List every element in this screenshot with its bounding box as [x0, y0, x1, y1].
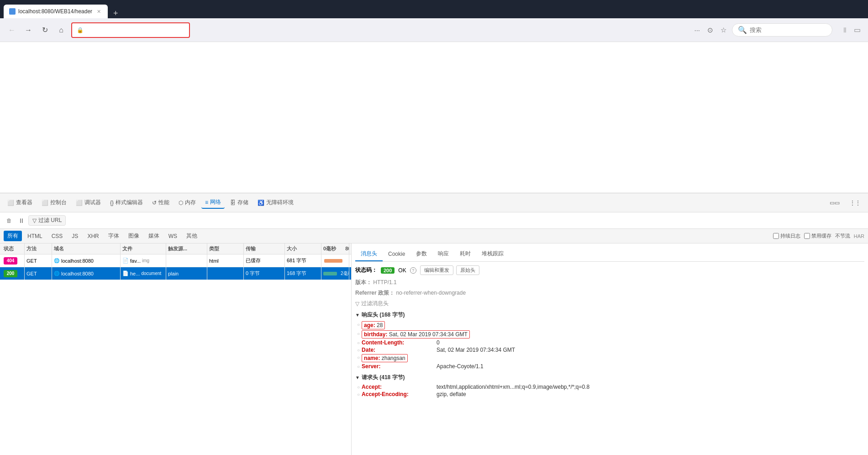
devtools-inspector-button[interactable]: ⬜ 查看器: [4, 197, 36, 208]
request-headers-title[interactable]: ▼ 请求头 (418 字节): [355, 374, 864, 381]
storage-icon: 🗄: [230, 200, 236, 206]
file-icon: 📄: [122, 258, 129, 264]
request-row-selected[interactable]: 200 GET 🌐 localhost:8080 📄 he... documen…: [0, 267, 351, 280]
bookmark-button[interactable]: ☆: [719, 24, 728, 36]
tab-timing[interactable]: 耗时: [454, 247, 476, 261]
devtools-memory-button[interactable]: ⬡ 内存: [175, 197, 200, 208]
response-headers-title[interactable]: ▼ 响应头 (168 字节): [355, 311, 864, 319]
devtools-dock-button[interactable]: ▭▭: [826, 198, 843, 208]
response-headers-section: ▼ 响应头 (168 字节) ○ age: 28 ○ bi: [355, 309, 864, 370]
dot-icon-3: ○: [357, 340, 360, 345]
filter-triangle-icon: ▽: [355, 301, 359, 307]
filter-url-label: 过滤 URL: [38, 217, 62, 224]
tab-params[interactable]: 参数: [410, 247, 432, 261]
filter-url-container[interactable]: ▽ 过滤 URL: [28, 215, 66, 226]
size-cell: 681 字节: [285, 254, 321, 267]
network-tab-fonts[interactable]: 字体: [105, 231, 123, 241]
home-button[interactable]: ⌂: [55, 24, 68, 37]
devtools-panel: ⬜ 查看器 ⬜ 控制台 ⬜ 调试器 {} 样式编辑器 ↺ 性能 ⬡ 内存: [0, 193, 868, 455]
triangle-icon: ▼: [355, 312, 360, 317]
reload-button[interactable]: ↻: [38, 24, 51, 37]
synced-tabs-button[interactable]: ▭: [852, 24, 863, 36]
page-content: [0, 42, 868, 193]
domain-icon: 🌐: [54, 258, 59, 263]
status-code-badge: 200: [381, 267, 395, 274]
network-tab-ws[interactable]: WS: [165, 232, 181, 241]
request-table-header: 状态 方法 域名 文件 触发源... 类型 传输 大小 0毫秒 80毫秒: [0, 243, 351, 254]
header-domain: 域名: [52, 243, 121, 254]
timeline-cell-selected: 2毫秒: [321, 267, 349, 280]
console-icon: ⬜: [42, 200, 48, 206]
url-bar[interactable]: 🔒 localhost:8080/WEB14/header: [71, 22, 190, 38]
response-header-age: ○ age: 28: [355, 321, 864, 330]
response-header-highlighted: age: 28: [362, 321, 385, 329]
devtools-storage-button[interactable]: 🗄 存储: [226, 197, 252, 208]
new-tab-button[interactable]: +: [110, 9, 122, 18]
domain-icon-2: 🌐: [54, 271, 59, 276]
network-icon: ≡: [205, 199, 208, 206]
domain-cell-selected: 🌐 localhost:8080: [52, 267, 121, 280]
network-tab-css[interactable]: CSS: [48, 232, 67, 241]
no-throttle-label: 不节流: [835, 233, 850, 239]
method-cell-selected: GET: [25, 267, 52, 280]
search-bar[interactable]: 🔍: [732, 23, 832, 37]
tab-title: localhost:8080/WEB14/header: [18, 8, 92, 15]
transfer-cell: 已缓存: [244, 254, 285, 267]
search-input[interactable]: [750, 26, 826, 33]
dot-icon-6: ○: [357, 364, 360, 369]
devtools-performance-button[interactable]: ↺ 性能: [148, 197, 173, 208]
bookmarks-sidebar-button[interactable]: ⦀: [842, 24, 848, 36]
status-cell-selected: 200: [2, 267, 25, 280]
response-header-highlighted-3: name: zhangsan: [362, 354, 408, 362]
network-tab-other[interactable]: 其他: [183, 231, 201, 241]
network-tab-all[interactable]: 所有: [4, 231, 22, 241]
status-line: 状态码： 200 OK ? 编辑和重发 原始头: [355, 265, 864, 275]
file-cell: 📄 fav... img: [121, 254, 166, 267]
type-cell: html: [207, 254, 244, 267]
edit-resend-button[interactable]: 编辑和重发: [420, 265, 453, 275]
persist-log-checkbox[interactable]: 持续日志: [773, 233, 800, 239]
network-tab-js[interactable]: JS: [68, 232, 82, 241]
tab-message-headers[interactable]: 消息头: [355, 247, 383, 261]
tab-close-button[interactable]: ✕: [95, 8, 102, 15]
disable-cache-checkbox[interactable]: 禁用缓存: [804, 233, 831, 239]
network-tab-xhr[interactable]: XHR: [84, 232, 102, 241]
devtools-more-button[interactable]: ⋮⋮: [846, 198, 864, 208]
response-header-name: ○ name: zhangsan: [355, 354, 864, 363]
header-size: 大小: [285, 243, 321, 254]
tab-response[interactable]: 响应: [432, 247, 454, 261]
devtools-console-button[interactable]: ⬜ 控制台: [38, 197, 70, 208]
response-header-birthday: ○ birthday: Sat, 02 Mar 2019 07:34:34 GM…: [355, 330, 864, 339]
url-lock-icon: 🔒: [77, 27, 84, 33]
request-row[interactable]: 404 GET 🌐 localhost:8080 📄 fav... img ht…: [0, 254, 351, 267]
network-tab-media[interactable]: 媒体: [145, 231, 163, 241]
back-button[interactable]: ←: [5, 24, 18, 37]
response-header-highlighted-2: birthday: Sat, 02 Mar 2019 07:34:34 GMT: [362, 330, 470, 339]
debugger-icon: ⬜: [76, 200, 83, 206]
domain-cell: 🌐 localhost:8080: [52, 254, 121, 267]
devtools-accessibility-button[interactable]: ♿ 无障碍环境: [254, 197, 297, 208]
filter-message-header[interactable]: ▽ 过滤消息头: [355, 300, 864, 307]
network-table-container: 状态 方法 域名 文件 触发源... 类型 传输 大小 0毫秒 80毫秒: [0, 243, 868, 455]
dot-icon-4: ○: [357, 348, 360, 353]
url-input[interactable]: localhost:8080/WEB14/header: [86, 26, 184, 33]
network-tab-images[interactable]: 图像: [125, 231, 143, 241]
pocket-button[interactable]: ⊙: [705, 24, 715, 36]
header-status: 状态: [2, 243, 25, 254]
devtools-style-editor-button[interactable]: {} 样式编辑器: [106, 197, 147, 208]
inspector-icon: ⬜: [7, 200, 14, 206]
triangle-icon-2: ▼: [355, 375, 360, 380]
timeline-bar: [324, 259, 342, 263]
tab-stack-trace[interactable]: 堆栈跟踪: [476, 247, 509, 261]
active-tab[interactable]: localhost:8080/WEB14/header ✕: [4, 5, 108, 18]
devtools-debugger-button[interactable]: ⬜ 调试器: [72, 197, 105, 208]
raw-headers-button[interactable]: 原始头: [456, 265, 479, 275]
type-cell-selected: [207, 267, 244, 280]
forward-button[interactable]: →: [22, 24, 35, 37]
more-options-button[interactable]: ···: [692, 24, 702, 36]
help-icon[interactable]: ?: [410, 267, 416, 274]
network-tab-html[interactable]: HTML: [24, 232, 46, 241]
clear-requests-button[interactable]: 🗑: [4, 217, 15, 225]
tab-cookie[interactable]: Cookie: [383, 247, 410, 261]
devtools-network-button[interactable]: ≡ 网络: [201, 196, 225, 209]
